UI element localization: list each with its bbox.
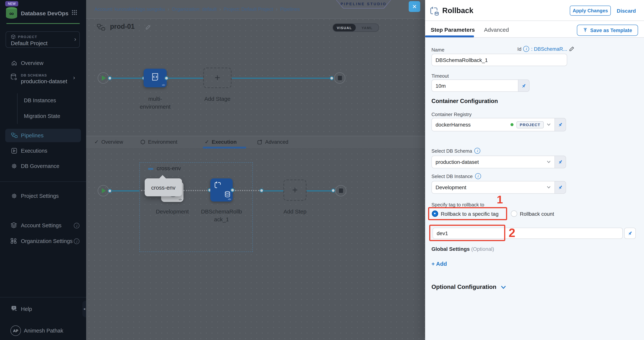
chevron-right-icon[interactable]: ›: [73, 74, 75, 81]
database-devops-logo: ∞: [5, 7, 18, 19]
tab-advanced-drawer[interactable]: Advanced: [484, 27, 509, 33]
container-configuration-heading: Container Configuration: [432, 98, 498, 105]
tab-step-parameters[interactable]: Step Parameters: [431, 27, 475, 33]
sidebar-item-account-settings[interactable]: Account Settings: [21, 222, 62, 228]
toggle-visual[interactable]: VISUAL: [333, 24, 356, 31]
edit-pipeline-icon[interactable]: [146, 25, 151, 30]
pipelines-icon: [11, 133, 18, 138]
info-icon[interactable]: i: [523, 46, 529, 52]
project-settings-gear-icon: [11, 193, 17, 199]
pipeline-canvas[interactable]: [86, 0, 425, 340]
chevron-down-icon[interactable]: [547, 160, 551, 163]
breadcrumb-account[interactable]: Account: kurosakiichigo.songoku: [94, 6, 165, 12]
apply-changes-button[interactable]: Apply Changes: [570, 6, 611, 16]
sidebar-item-migration-state[interactable]: Migration State: [24, 113, 60, 119]
sidebar-item-overview[interactable]: Overview: [21, 60, 44, 66]
close-drawer-button[interactable]: ✕: [409, 1, 420, 12]
timeout-label: Timeout: [432, 73, 449, 79]
breadcrumb-org[interactable]: Organization: default: [172, 6, 217, 12]
toggle-yaml[interactable]: YAML: [356, 24, 378, 31]
global-settings-label: Global Settings (Optional): [432, 246, 494, 252]
info-icon[interactable]: i: [74, 223, 80, 228]
instance-pin-button[interactable]: [555, 181, 566, 194]
chevron-down-icon[interactable]: [501, 285, 506, 289]
collapse-group-icon[interactable]: [148, 168, 153, 170]
timeout-input[interactable]: [436, 83, 514, 89]
step-node-dbschemarollback[interactable]: </>: [210, 178, 233, 202]
step-group-cross-env[interactable]: [140, 162, 253, 252]
radio-rollback-specific-tag-label[interactable]: Rollback to a specific tag: [441, 211, 498, 217]
sidebar-item-executions[interactable]: Executions: [21, 148, 47, 154]
name-input[interactable]: [436, 57, 563, 63]
radio-rollback-specific-tag[interactable]: [432, 210, 438, 217]
sidebar-item-help[interactable]: Help: [21, 306, 32, 312]
step-group-label[interactable]: cross-env: [156, 165, 181, 171]
add-step-node[interactable]: +: [284, 180, 306, 201]
new-badge: NEW: [5, 1, 18, 6]
stage-label: multi- environment: [133, 95, 178, 111]
optional-configuration-row[interactable]: Optional Configuration: [432, 284, 506, 290]
db-schemas-eyebrow: DB SCHEMAS: [21, 73, 47, 77]
add-stage-node[interactable]: +: [203, 68, 232, 88]
name-field[interactable]: [432, 54, 567, 66]
avatar[interactable]: AP: [10, 325, 21, 336]
pipeline-end-node: [334, 72, 345, 84]
sidebar-item-db-schema[interactable]: production-dataset: [21, 78, 67, 84]
timeout-field[interactable]: [432, 80, 518, 92]
tab-overview[interactable]: ✓ Overview: [94, 139, 123, 145]
breadcrumb-project[interactable]: Project: Default Project: [224, 6, 273, 12]
upload-icon: [583, 28, 588, 33]
subnav-rail: [17, 93, 18, 124]
chevron-down-icon[interactable]: [547, 186, 551, 189]
db-schema-select[interactable]: production-dataset: [432, 156, 555, 168]
connector-line: [264, 190, 284, 191]
collapse-arrow-icon: ◀: [83, 307, 86, 310]
pin-icon: [558, 185, 563, 190]
nav-divider: [0, 297, 86, 297]
tab-execution[interactable]: ✓ Execution: [205, 139, 236, 145]
info-icon[interactable]: i: [74, 238, 80, 244]
connector-status-dot: [510, 123, 514, 126]
active-drawer-tab-underline: [425, 36, 474, 37]
project-selector[interactable]: PROJECT Default Project ›: [6, 31, 80, 48]
tab-environment[interactable]: Environment: [140, 139, 177, 145]
sidebar-item-db-instances[interactable]: DB Instances: [24, 97, 56, 103]
save-as-template-button[interactable]: Save as Template: [577, 25, 638, 36]
collapse-sidebar-handle[interactable]: ◀: [82, 301, 86, 317]
stage-config-tabs: [86, 136, 425, 149]
info-icon[interactable]: i: [475, 173, 481, 179]
connector-line: [306, 190, 332, 191]
radio-rollback-count[interactable]: [511, 210, 517, 217]
module-grid-icon[interactable]: [72, 10, 77, 15]
rollback-step-icon: [214, 181, 223, 190]
tab-advanced[interactable]: Advanced: [257, 139, 288, 145]
edit-id-icon[interactable]: [569, 46, 574, 52]
sidebar-item-project-settings[interactable]: Project Settings: [21, 193, 59, 199]
registry-pin-button[interactable]: [555, 118, 566, 131]
instance-label-row: Select DB Instance i: [432, 173, 481, 179]
stage-node-multi-environment[interactable]: </>: [144, 69, 167, 87]
connector-port: [108, 76, 112, 80]
info-icon[interactable]: i: [474, 148, 480, 154]
visual-yaml-toggle[interactable]: VISUAL YAML: [333, 24, 379, 32]
sidebar-item-pipelines[interactable]: Pipelines: [5, 129, 81, 142]
breadcrumb-separator: ›: [276, 6, 278, 12]
user-name[interactable]: Animesh Pathak: [24, 328, 63, 334]
container-registry-field[interactable]: dockerHarness PROJECT: [432, 118, 555, 131]
chevron-down-icon[interactable]: [547, 123, 551, 126]
tag-pin-button[interactable]: [624, 228, 636, 239]
db-instance-select[interactable]: Development: [432, 181, 555, 194]
pipeline-studio-badge-label: PIPELINE STUDIO: [336, 0, 390, 8]
code-badge: </>: [162, 84, 165, 86]
connector-port: [331, 188, 335, 193]
breadcrumb-pipelines[interactable]: Pipelines: [280, 6, 300, 12]
timeout-pin-button[interactable]: [518, 80, 530, 92]
annotation-number-1: 1: [497, 193, 503, 206]
sidebar-item-organization-settings[interactable]: Organization Settings: [21, 238, 72, 244]
add-global-setting-link[interactable]: + Add: [432, 260, 447, 267]
sidebar-item-db-governance[interactable]: DB Governance: [21, 163, 59, 169]
discard-button[interactable]: Discard: [617, 8, 636, 14]
radio-rollback-count-label[interactable]: Rollback count: [520, 211, 554, 217]
cube-icon: [11, 34, 16, 39]
schema-pin-button[interactable]: [555, 156, 566, 168]
